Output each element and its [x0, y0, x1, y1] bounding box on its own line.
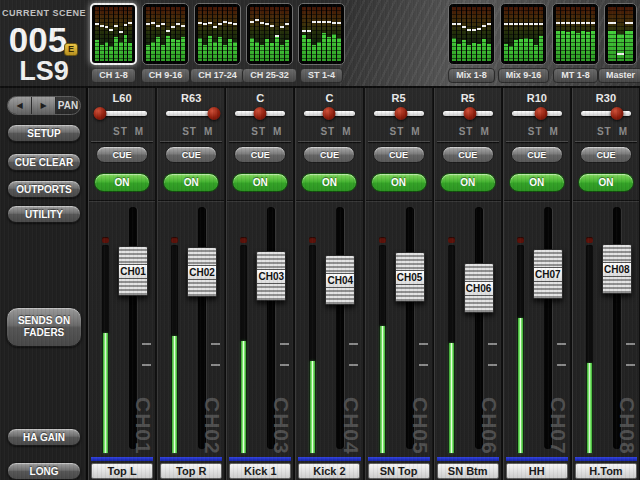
fader-position-dash [203, 23, 207, 25]
fader-cap[interactable]: CH03 [256, 251, 286, 301]
meter-bank-block[interactable]: Mix 9-16 [500, 3, 547, 83]
pan-left-arrow-button[interactable]: ◀ [8, 97, 32, 114]
cue-button[interactable]: CUE [511, 146, 563, 163]
pan-slider[interactable] [304, 106, 354, 120]
channel-name[interactable]: Top L [91, 463, 153, 479]
pan-knob[interactable] [534, 107, 547, 120]
meter-bank-block[interactable]: CH 9-16 [142, 3, 189, 83]
fader-cap[interactable]: CH07 [533, 249, 563, 299]
meter-column [255, 7, 259, 61]
pan-knob[interactable] [395, 107, 408, 120]
cue-button[interactable]: CUE [580, 146, 632, 163]
on-button[interactable]: ON [371, 173, 427, 192]
cue-button[interactable]: CUE [303, 146, 355, 163]
meter-column [208, 7, 212, 61]
pan-slider[interactable] [166, 106, 216, 120]
divider [435, 200, 501, 202]
top-bar: CURRENT SCENE 005 E LS9 CH 1-8 CH 9-16 C… [0, 0, 640, 88]
fader-track[interactable] [544, 207, 552, 449]
meter-column [337, 7, 341, 61]
peak-indicator [448, 237, 455, 243]
pan-slider[interactable] [235, 106, 285, 120]
meter-bank-block[interactable]: CH 1-8 [90, 3, 137, 83]
fader-cap[interactable]: CH04 [325, 255, 355, 305]
meter-level [265, 39, 269, 61]
current-scene-panel[interactable]: CURRENT SCENE 005 E LS9 [0, 0, 88, 88]
on-button[interactable]: ON [440, 173, 496, 192]
fader-cap[interactable]: CH01 [118, 246, 148, 296]
fader-track[interactable] [267, 207, 275, 449]
cue-button[interactable]: CUE [442, 146, 494, 163]
fader-position-dash [270, 25, 274, 27]
cue-button[interactable]: CUE [234, 146, 286, 163]
cue-button[interactable]: CUE [96, 146, 148, 163]
pan-slider[interactable] [512, 106, 562, 120]
meter-block-label: CH 25-32 [242, 68, 297, 83]
channel-strip: L60 STM CUE ON CH01 CH01 Top L [88, 88, 156, 480]
peak-indicator [240, 237, 247, 243]
cue-clear-button[interactable]: CUE CLEAR [7, 153, 81, 171]
meter-level [576, 33, 580, 61]
long-faders-button[interactable]: LONG FADERS [7, 462, 81, 480]
pan-slider[interactable] [443, 106, 493, 120]
fader-track[interactable] [129, 207, 137, 449]
pan-right-arrow-button[interactable]: ▶ [32, 97, 56, 114]
pan-knob[interactable] [93, 107, 106, 120]
setup-button[interactable]: SETUP [7, 124, 81, 142]
meter-bank-block[interactable]: CH 25-32 [246, 3, 293, 83]
channel-name[interactable]: SN Btm [437, 463, 499, 479]
fader-cap[interactable]: CH05 [395, 252, 425, 302]
fader-cap[interactable]: CH06 [464, 263, 494, 313]
meter-bank-block[interactable]: ST 1-4 [298, 3, 345, 83]
meter-column [213, 7, 217, 61]
channel-name[interactable]: HH [506, 463, 568, 479]
pan-knob[interactable] [610, 107, 623, 120]
fader-track[interactable] [406, 207, 414, 449]
meter-bank-block[interactable]: Master [604, 3, 637, 83]
channel-name[interactable]: Top R [160, 463, 222, 479]
on-button[interactable]: ON [509, 173, 565, 192]
meter-bank-block[interactable]: CH 17-24 [194, 3, 241, 83]
on-button[interactable]: ON [301, 173, 357, 192]
fader-position-dash [586, 22, 590, 24]
ha-gain-button[interactable]: HA GAIN [7, 428, 81, 446]
pan-slider[interactable] [374, 106, 424, 120]
fader-track[interactable] [198, 207, 206, 449]
outports-button[interactable]: OUTPORTS [7, 180, 81, 198]
sends-on-faders-button[interactable]: SENDS ON FADERS [6, 307, 82, 347]
pan-slider[interactable] [581, 106, 631, 120]
level-meter-fill [449, 343, 454, 453]
fader-track[interactable] [475, 207, 483, 449]
fader-cap[interactable]: CH08 [602, 244, 632, 294]
meter-bank-block[interactable]: MT 1-8 [552, 3, 599, 83]
channel-name[interactable]: Kick 2 [298, 463, 360, 479]
meter-column [250, 7, 254, 61]
cue-button[interactable]: CUE [373, 146, 425, 163]
on-button[interactable]: ON [578, 173, 634, 192]
pan-slider[interactable] [97, 106, 147, 120]
utility-button[interactable]: UTILITY [7, 205, 81, 223]
meter-bank-block[interactable]: Mix 1-8 [448, 3, 495, 83]
fader-scale-tick [211, 343, 220, 345]
fader-track[interactable] [336, 207, 344, 449]
fader-position-dash [285, 23, 289, 25]
meter-column [228, 7, 232, 61]
st-label: ST [597, 126, 612, 137]
channel-name[interactable]: SN Top [368, 463, 430, 479]
meter-level [218, 37, 222, 61]
meter-level [156, 37, 160, 61]
on-button[interactable]: ON [94, 173, 150, 192]
channel-color-bar [575, 457, 637, 461]
fader-cap[interactable]: CH02 [187, 247, 217, 297]
cue-button[interactable]: CUE [165, 146, 217, 163]
channel-name[interactable]: Kick 1 [229, 463, 291, 479]
channel-name[interactable]: H.Tom [575, 463, 637, 479]
pan-value: R63 [158, 92, 224, 104]
on-button[interactable]: ON [232, 173, 288, 192]
meter-level [504, 44, 508, 61]
on-button[interactable]: ON [163, 173, 219, 192]
pan-knob[interactable] [464, 107, 477, 120]
pan-knob[interactable] [254, 107, 267, 120]
pan-knob[interactable] [207, 107, 220, 120]
pan-knob[interactable] [323, 107, 336, 120]
